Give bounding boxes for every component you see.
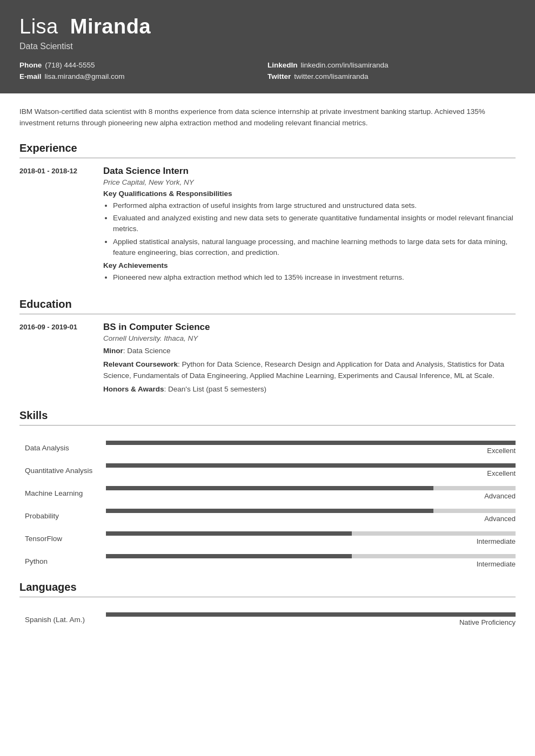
experience-title-0: Data Science Intern	[103, 166, 516, 177]
skill-name-4: TensorFlow	[19, 535, 106, 543]
skill-name-0: Data Analysis	[19, 444, 106, 452]
twitter-item: Twitter twitter.com/lisamiranda	[268, 72, 516, 80]
skill-fill-0	[106, 441, 516, 445]
skills-section-title: Skills	[19, 409, 516, 426]
first-name: Lisa	[19, 15, 58, 38]
qualification-0: Performed alpha extraction of useful ins…	[113, 200, 516, 211]
twitter-label: Twitter	[268, 72, 291, 80]
skills-section: Skills Data Analysis Excellent Quantitat…	[19, 409, 516, 569]
education-subtitle-0: Cornell University. Ithaca, NY	[103, 334, 516, 342]
education-honors: Honors & Awards: Dean's List (past 5 sem…	[103, 384, 516, 395]
linkedin-item: LinkedIn linkedin.com/in/lisamiranda	[268, 61, 516, 69]
skill-level-5: Intermediate	[477, 560, 516, 568]
coursework-label: Relevant Coursework	[103, 360, 178, 368]
phone-item: Phone (718) 444-5555	[19, 61, 268, 69]
phone-label: Phone	[19, 61, 42, 69]
linkedin-value: linkedin.com/in/lisamiranda	[301, 61, 389, 69]
full-name: Lisa Miranda	[19, 15, 516, 38]
education-entry-0: 2016-09 - 2019-01 BS in Computer Science…	[19, 322, 516, 397]
qualification-2: Applied statistical analysis, natural la…	[113, 237, 516, 259]
education-date-0: 2016-09 - 2019-01	[19, 322, 103, 397]
skill-row-3: Probability Advanced	[19, 501, 516, 524]
linkedin-label: LinkedIn	[268, 61, 298, 69]
skill-name-1: Quantitative Analysis	[19, 467, 106, 475]
email-label: E-mail	[19, 72, 42, 80]
lang-level-0: Native Proficiency	[459, 618, 516, 626]
skill-level-3: Advanced	[484, 515, 516, 523]
skill-row-5: Python Intermediate	[19, 546, 516, 569]
resume-main: IBM Watson-certified data scientist with…	[0, 93, 535, 659]
skill-track-2	[106, 486, 516, 490]
minor-label: Minor	[103, 347, 123, 355]
achievements-label: Key Achievements	[103, 261, 516, 269]
experience-section: Experience 2018-01 - 2018-12 Data Scienc…	[19, 142, 516, 287]
lang-row-0: Spanish (Lat. Am.) Native Proficiency	[19, 605, 516, 627]
skill-bar-3: Advanced	[106, 509, 516, 523]
skill-fill-2	[106, 486, 433, 490]
contact-info: Phone (718) 444-5555 LinkedIn linkedin.c…	[19, 61, 516, 80]
lang-track-0	[106, 612, 516, 617]
summary-text: IBM Watson-certified data scientist with…	[19, 104, 516, 129]
job-title: Data Scientist	[19, 42, 516, 51]
experience-entry-0: 2018-01 - 2018-12 Data Science Intern Pr…	[19, 166, 516, 287]
skill-track-5	[106, 554, 516, 558]
skill-track-0	[106, 441, 516, 445]
skill-bar-4: Intermediate	[106, 531, 516, 545]
phone-value: (718) 444-5555	[45, 61, 95, 69]
skill-track-1	[106, 463, 516, 468]
twitter-value: twitter.com/lisamiranda	[294, 72, 368, 80]
skill-row-4: TensorFlow Intermediate	[19, 524, 516, 546]
skill-fill-3	[106, 509, 433, 513]
education-section-title: Education	[19, 298, 516, 314]
email-value: lisa.miranda@gmail.com	[45, 72, 125, 80]
education-minor: Minor: Data Science	[103, 346, 516, 357]
skill-name-5: Python	[19, 557, 106, 565]
lang-fill-0	[106, 612, 516, 617]
lang-name-0: Spanish (Lat. Am.)	[19, 616, 106, 624]
languages-section-title: Languages	[19, 581, 516, 597]
experience-date-0: 2018-01 - 2018-12	[19, 166, 103, 287]
skill-fill-4	[106, 531, 352, 536]
education-content-0: BS in Computer Science Cornell Universit…	[103, 322, 516, 397]
skill-name-2: Machine Learning	[19, 489, 106, 497]
skill-bar-2: Advanced	[106, 486, 516, 500]
skill-fill-1	[106, 463, 516, 468]
achievement-0: Pioneered new alpha extraction method wh…	[113, 272, 516, 283]
education-title-0: BS in Computer Science	[103, 322, 516, 333]
skill-track-3	[106, 509, 516, 513]
experience-section-title: Experience	[19, 142, 516, 158]
skill-fill-5	[106, 554, 352, 558]
skill-bar-1: Excellent	[106, 463, 516, 477]
honors-label: Honors & Awards	[103, 385, 164, 393]
skill-level-0: Excellent	[487, 447, 516, 455]
qualifications-label: Key Qualifications & Responsibilities	[103, 190, 516, 198]
resume-header: Lisa Miranda Data Scientist Phone (718) …	[0, 0, 535, 93]
skill-track-4	[106, 531, 516, 536]
skill-row-1: Quantitative Analysis Excellent	[19, 456, 516, 478]
skill-bar-5: Intermediate	[106, 554, 516, 568]
skills-grid: Data Analysis Excellent Quantitative Ana…	[19, 433, 516, 569]
languages-grid: Spanish (Lat. Am.) Native Proficiency	[19, 605, 516, 627]
education-coursework: Relevant Coursework: Python for Data Sci…	[103, 359, 516, 382]
skill-bar-0: Excellent	[106, 441, 516, 455]
lang-bar-0: Native Proficiency	[106, 612, 516, 626]
qualification-1: Evaluated and analyzed existing and new …	[113, 213, 516, 235]
skill-level-2: Advanced	[484, 492, 516, 500]
experience-subtitle-0: Price Capital, New York, NY	[103, 178, 516, 186]
last-name: Miranda	[70, 15, 151, 38]
languages-section: Languages Spanish (Lat. Am.) Native Prof…	[19, 581, 516, 627]
skill-name-3: Probability	[19, 512, 106, 520]
experience-content-0: Data Science Intern Price Capital, New Y…	[103, 166, 516, 287]
skill-row-2: Machine Learning Advanced	[19, 478, 516, 501]
skill-row-0: Data Analysis Excellent	[19, 433, 516, 456]
email-item: E-mail lisa.miranda@gmail.com	[19, 72, 268, 80]
skill-level-1: Excellent	[487, 469, 516, 477]
qualifications-list: Performed alpha extraction of useful ins…	[103, 200, 516, 258]
education-section: Education 2016-09 - 2019-01 BS in Comput…	[19, 298, 516, 397]
honors-value: Dean's List (past 5 semesters)	[168, 385, 266, 393]
skill-level-4: Intermediate	[477, 537, 516, 545]
minor-value: Data Science	[127, 347, 170, 355]
achievements-list: Pioneered new alpha extraction method wh…	[103, 272, 516, 283]
